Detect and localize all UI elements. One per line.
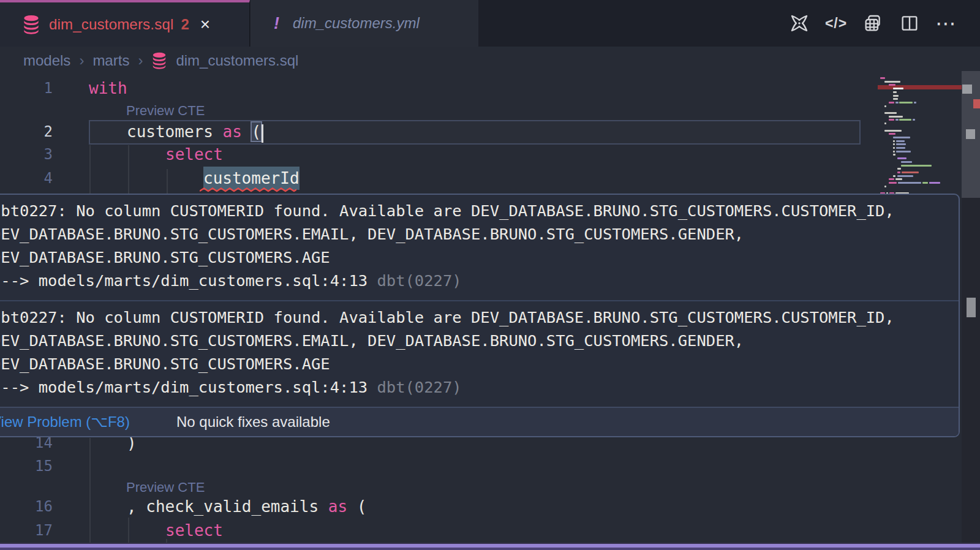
minimap-line — [922, 182, 928, 184]
error-file-path[interactable]: --> models/marts/dim_customers.sql:4:13 — [0, 271, 377, 290]
code-token: customers — [127, 122, 223, 141]
minimap-line — [880, 77, 885, 79]
view-problem-link[interactable]: View Problem (⌥F8) — [0, 413, 130, 431]
database-icon — [151, 52, 167, 69]
minimap-line — [901, 161, 912, 163]
codelens-preview-cte[interactable]: Preview CTE — [126, 100, 205, 121]
breadcrumb: models › marts › dim_customers.sql — [0, 47, 980, 75]
tab-dim-customers-sql[interactable]: dim_customers.sql 2 × — [0, 0, 250, 47]
no-quick-fixes-text: No quick fixes available — [176, 413, 330, 431]
code-line-2[interactable]: 2 customers as ( — [0, 120, 858, 143]
minimap-line — [889, 84, 895, 86]
code-editor: 1 with Preview CTE 2 customers as ( 3 se… — [0, 75, 980, 550]
minimap-line — [884, 112, 897, 114]
minimap-line — [897, 168, 901, 170]
minimap-error-line — [878, 85, 962, 89]
error-location: --> models/marts/dim_customers.sql:4:13 … — [0, 269, 952, 292]
line-number: 3 — [0, 143, 53, 166]
minimap-line — [897, 157, 907, 159]
warning-icon: ! — [274, 14, 279, 33]
minimap-line — [893, 95, 899, 97]
database-icon — [22, 15, 40, 34]
minimap-line — [884, 122, 886, 124]
editor-window: dim_customers.sql 2 × ! dim_customers.ym… — [0, 0, 980, 550]
code-line-17[interactable]: 17 select — [0, 519, 858, 542]
code-line-4[interactable]: 4 customerId — [0, 167, 858, 190]
minimap-line — [889, 119, 894, 121]
error-text: dbt0227: No column CUSTOMERID found. Ava… — [0, 306, 952, 329]
tab-label: dim_customers.yml — [293, 15, 420, 32]
dbt-icon[interactable] — [789, 13, 810, 34]
error-word[interactable]: customerId — [203, 167, 300, 190]
minimap-line — [895, 178, 902, 180]
line-number: 4 — [0, 167, 53, 190]
text-cursor — [262, 124, 263, 143]
error-message-block: dbt0227: No column CUSTOMERID found. Ava… — [0, 301, 959, 407]
code-token-group: , check_valid_emails as ( — [127, 495, 366, 518]
minimap-line — [895, 102, 899, 104]
minimap-line — [901, 165, 932, 167]
code-icon[interactable]: </> — [826, 13, 846, 34]
error-squiggle — [200, 187, 296, 192]
code-token: as — [223, 122, 252, 141]
error-text: DEV_DATABASE.BRUNO.STG_CUSTOMERS.AGE — [0, 246, 952, 269]
error-hover-popup: dbt0227: No column CUSTOMERID found. Ava… — [0, 194, 960, 437]
code-line-3[interactable]: 3 select — [0, 143, 858, 166]
minimap-line — [893, 91, 897, 93]
ruler-decoration — [966, 129, 975, 139]
line-number: 15 — [0, 454, 53, 478]
minimap-line — [889, 178, 894, 180]
minimap-line — [896, 143, 906, 145]
close-tab-icon[interactable]: × — [200, 16, 210, 33]
query-results-icon[interactable] — [862, 13, 883, 34]
code-token: , check_valid_emails — [127, 497, 328, 516]
code-token: ( — [347, 497, 366, 516]
ruler-decoration — [962, 85, 972, 94]
ruler-error-marker — [973, 99, 980, 108]
code-line-1[interactable]: 1 with — [0, 77, 858, 100]
error-source-code: dbt(0227) — [377, 271, 461, 290]
error-file-path[interactable]: --> models/marts/dim_customers.sql:4:13 — [0, 378, 377, 396]
more-actions-icon[interactable]: ⋯ — [936, 13, 957, 34]
error-text: DEV_DATABASE.BRUNO.STG_CUSTOMERS.EMAIL, … — [0, 222, 952, 246]
breadcrumb-file[interactable]: dim_customers.sql — [176, 52, 298, 69]
minimap-line — [898, 182, 921, 184]
minimap-line — [896, 147, 905, 149]
minimap-line — [884, 105, 886, 107]
minimap-line — [893, 151, 895, 153]
breadcrumb-marts[interactable]: marts — [92, 52, 129, 69]
breadcrumb-models[interactable]: models — [23, 52, 70, 69]
code-line-15[interactable]: 15 — [0, 454, 858, 478]
chevron-right-icon: › — [138, 52, 143, 69]
code-line-16[interactable]: 16 , check_valid_emails as ( — [0, 495, 858, 518]
code-token-group: customers as ( — [127, 120, 261, 143]
line-number: 16 — [0, 495, 53, 518]
tab-dim-customers-yml[interactable]: ! dim_customers.yml — [251, 0, 478, 47]
minimap-line — [896, 140, 905, 142]
minimap-line — [884, 130, 902, 132]
minimap-line — [895, 119, 899, 121]
minimap-line — [896, 151, 911, 153]
window-bottom-border — [0, 543, 980, 550]
minimap-line — [893, 147, 895, 149]
split-editor-icon[interactable] — [899, 13, 920, 34]
minimap-line — [893, 140, 895, 142]
minimap-line — [914, 102, 916, 104]
code-token: select — [165, 143, 223, 166]
code-token: select — [165, 519, 223, 542]
line-number: 17 — [0, 519, 53, 542]
chevron-right-icon: › — [79, 52, 84, 69]
minimap-line — [899, 119, 911, 121]
minimap-line — [889, 102, 894, 104]
error-location: --> models/marts/dim_customers.sql:4:13 … — [0, 375, 952, 399]
minimap-line — [893, 98, 898, 100]
dirty-count-badge: 2 — [181, 16, 189, 33]
minimap-line — [884, 186, 886, 187]
minimap-line — [913, 119, 915, 121]
bracket-match: ( — [252, 122, 262, 141]
error-message-block: dbt0227: No column CUSTOMERID found. Ava… — [0, 195, 959, 300]
minimap-line — [889, 133, 895, 135]
minimap-line — [889, 182, 897, 184]
code-token: with — [89, 77, 127, 100]
error-text: DEV_DATABASE.BRUNO.STG_CUSTOMERS.EMAIL, … — [0, 329, 952, 352]
